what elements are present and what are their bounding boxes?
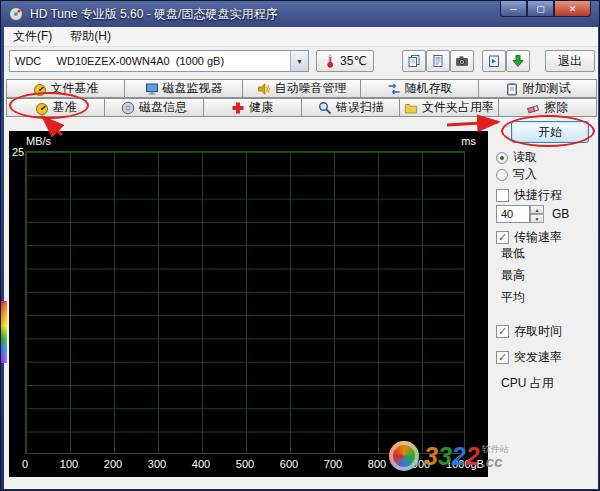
tab-label: 文件基准 — [51, 80, 99, 97]
tab-random-access[interactable]: 随机存取 — [360, 79, 479, 98]
minimize-button[interactable]: ─ — [500, 1, 527, 17]
x-tick: 300 — [148, 458, 166, 470]
tab-label: 磁盘信息 — [139, 99, 187, 116]
client-area: 文件(F) 帮助(H) WDC WD10EZEX-00WN4A0 (1000 g… — [4, 27, 598, 489]
tab-disk-monitor[interactable]: 磁盘监视器 — [124, 79, 243, 98]
tab-error-scan[interactable]: 错误扫描 — [301, 98, 400, 117]
health-cross-icon — [231, 101, 245, 115]
burst-rate-option[interactable]: 突发速率 — [496, 349, 562, 366]
tab-label: 擦除 — [544, 99, 568, 116]
tab-label: 附加测试 — [523, 80, 571, 97]
maximize-button[interactable]: ▢ — [527, 1, 554, 17]
toolbar: WDC WD10EZEX-00WN4A0 (1000 gB) ▼ 35℃ — [4, 47, 598, 77]
drive-select-value: WDC WD10EZEX-00WN4A0 (1000 gB) — [10, 51, 290, 71]
minimum-label: 最低 — [501, 245, 525, 262]
report-icon — [431, 54, 445, 68]
write-label: 写入 — [513, 166, 537, 183]
short-stroke-value-input[interactable]: 40 — [496, 205, 530, 223]
annotation-arrow-start — [447, 122, 498, 125]
tab-erase[interactable]: 擦除 — [498, 98, 597, 117]
y-axis-unit-label: MB/s — [26, 135, 51, 147]
tab-acoustic-management[interactable]: 自动噪音管理 — [242, 79, 361, 98]
plot-area — [25, 151, 465, 454]
window-title: HD Tune 专业版 5.60 - 硬盘/固态硬盘实用程序 — [30, 6, 277, 23]
magnifier-icon — [318, 101, 332, 115]
menu-bar: 文件(F) 帮助(H) — [4, 27, 598, 47]
short-stroke-checkbox[interactable] — [496, 189, 509, 202]
gb-unit-label: GB — [552, 207, 569, 221]
temperature-button[interactable]: 35℃ — [316, 50, 374, 72]
y-axis-max-label: 25 — [12, 146, 24, 158]
stepper-down-icon[interactable]: ▼ — [530, 214, 544, 223]
tab-extra-tests[interactable]: 附加测试 — [478, 79, 597, 98]
export-button[interactable] — [482, 50, 506, 72]
cpu-usage-label: CPU 占用 — [501, 375, 554, 392]
x-tick: 600 — [280, 458, 298, 470]
update-button[interactable] — [506, 50, 530, 72]
start-button[interactable]: 开始 — [511, 121, 589, 143]
export-icon — [487, 54, 501, 68]
folder-icon — [404, 101, 418, 115]
download-arrow-icon — [511, 54, 525, 68]
access-time-option[interactable]: 存取时间 — [496, 323, 562, 340]
burst-rate-checkbox[interactable] — [496, 351, 509, 364]
speaker-icon — [257, 82, 271, 96]
report-button[interactable] — [426, 50, 450, 72]
tab-folder-usage[interactable]: 文件夹占用率 — [399, 98, 498, 117]
access-time-label: 存取时间 — [514, 323, 562, 340]
screenshot-button[interactable] — [450, 50, 474, 72]
read-radio[interactable] — [496, 152, 508, 164]
temperature-value: 35℃ — [340, 54, 367, 68]
stepper-up-icon[interactable]: ▲ — [530, 205, 544, 214]
tab-label: 随机存取 — [405, 80, 453, 97]
tab-label: 错误扫描 — [336, 99, 384, 116]
x-tick: 0 — [22, 458, 28, 470]
chevron-down-icon[interactable]: ▼ — [290, 51, 308, 71]
burst-rate-label: 突发速率 — [514, 349, 562, 366]
copy-icon — [407, 54, 421, 68]
transfer-rate-checkbox[interactable] — [496, 231, 509, 244]
menu-help[interactable]: 帮助(H) — [61, 26, 120, 47]
read-label: 读取 — [513, 149, 537, 166]
tab-health[interactable]: 健康 — [203, 98, 302, 117]
tab-file-benchmark[interactable]: 文件基准 — [6, 79, 125, 98]
access-time-checkbox[interactable] — [496, 325, 509, 338]
file-benchmark-icon — [33, 82, 47, 96]
transfer-rate-label: 传输速率 — [514, 229, 562, 246]
x-tick: 500 — [236, 458, 254, 470]
copy-text-button[interactable] — [402, 50, 426, 72]
camera-icon — [455, 54, 469, 68]
site-watermark: 3 3 2 2 软件站 .cc — [389, 441, 509, 471]
average-label: 平均 — [501, 289, 525, 306]
disk-icon — [121, 101, 135, 115]
tab-row-2: 基准 磁盘信息 健康 — [6, 98, 596, 117]
random-access-icon — [387, 82, 401, 96]
eraser-icon — [526, 101, 540, 115]
read-option[interactable]: 读取 — [496, 149, 537, 166]
short-stroke-label: 快捷行程 — [514, 187, 562, 204]
tab-label: 磁盘监视器 — [163, 80, 223, 97]
tab-label: 自动噪音管理 — [275, 80, 347, 97]
quantity-stepper: ▲ ▼ — [530, 205, 544, 223]
transfer-rate-option[interactable]: 传输速率 — [496, 229, 562, 246]
tab-row-1: 文件基准 磁盘监视器 自动噪音管理 — [6, 79, 596, 98]
exit-button[interactable]: 退出 — [545, 50, 595, 72]
maximum-label: 最高 — [501, 267, 525, 284]
short-stroke-option[interactable]: 快捷行程 — [496, 187, 562, 204]
app-icon — [8, 6, 24, 22]
x-tick: 800 — [368, 458, 386, 470]
tab-label: 文件夹占用率 — [422, 99, 494, 116]
monitor-icon — [145, 82, 159, 96]
tab-disk-info[interactable]: 磁盘信息 — [104, 98, 203, 117]
hdtune-window: HD Tune 专业版 5.60 - 硬盘/固态硬盘实用程序 ─ ▢ ✕ 文件(… — [0, 0, 600, 491]
write-option[interactable]: 写入 — [496, 166, 537, 183]
thermometer-icon — [323, 54, 337, 68]
write-radio[interactable] — [496, 169, 508, 181]
tab-benchmark[interactable]: 基准 — [6, 98, 105, 117]
close-button[interactable]: ✕ — [554, 1, 591, 17]
tab-label: 健康 — [249, 99, 273, 116]
drive-select[interactable]: WDC WD10EZEX-00WN4A0 (1000 gB) ▼ — [9, 50, 309, 72]
watermark-strip — [1, 301, 7, 363]
menu-file[interactable]: 文件(F) — [4, 26, 61, 47]
tab-label: 基准 — [53, 99, 77, 116]
